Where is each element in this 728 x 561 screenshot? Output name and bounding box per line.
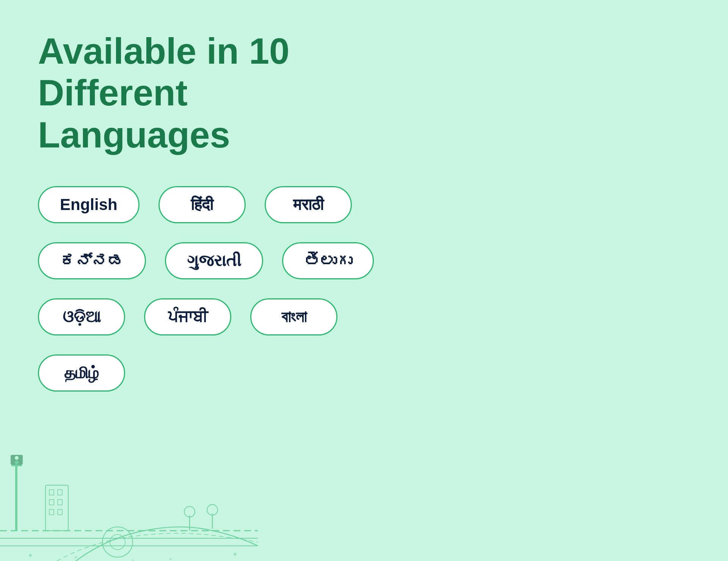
svg-point-23 <box>169 558 172 560</box>
language-pill-gujarati[interactable]: ગુજરાતી <box>165 242 263 279</box>
languages-grid: English हिंदी मराठी ಕನ್ನಡ ગુજરાતી తెలుగు <box>38 186 690 392</box>
language-pill-odia[interactable]: ଓଡ଼ିଆ <box>38 298 125 335</box>
language-row-4: தமிழ் <box>38 354 690 392</box>
language-pill-kannada[interactable]: ಕನ್ನಡ <box>38 242 146 279</box>
svg-rect-12 <box>58 500 62 505</box>
svg-point-7 <box>15 461 19 464</box>
svg-rect-9 <box>49 490 54 495</box>
svg-point-24 <box>234 553 237 556</box>
svg-point-16 <box>110 534 125 550</box>
svg-rect-13 <box>49 509 54 515</box>
svg-point-6 <box>15 456 19 460</box>
svg-point-22 <box>75 556 77 558</box>
language-pill-english[interactable]: English <box>38 186 140 223</box>
language-pill-hindi[interactable]: हिंदी <box>158 186 246 223</box>
svg-rect-11 <box>49 500 54 505</box>
svg-rect-3 <box>15 462 17 531</box>
svg-point-25 <box>132 559 134 561</box>
language-row-2: ಕನ್ನಡ ગુજરાતી తెలుగు <box>38 242 690 279</box>
svg-point-20 <box>207 505 218 515</box>
svg-point-21 <box>29 554 32 557</box>
language-pill-tamil[interactable]: தமிழ் <box>38 354 125 392</box>
language-pill-punjabi[interactable]: ਪੰਜਾਬੀ <box>144 298 231 335</box>
page-heading: Available in 10 Different Languages <box>38 30 379 156</box>
language-row-1: English हिंदी मराठी <box>38 186 690 223</box>
svg-point-18 <box>184 506 195 517</box>
svg-rect-10 <box>58 490 62 495</box>
language-pill-telugu[interactable]: తెలుగు <box>282 242 374 279</box>
svg-rect-14 <box>58 509 62 515</box>
svg-rect-8 <box>46 485 68 531</box>
page-container: Available in 10 Different Languages Engl… <box>0 0 728 561</box>
decoration-illustration <box>0 417 258 561</box>
language-pill-marathi[interactable]: मराठी <box>265 186 352 223</box>
language-pill-bangla[interactable]: বাংলা <box>250 298 337 335</box>
language-row-3: ଓଡ଼ିଆ ਪੰਜਾਬੀ বাংলা <box>38 298 690 335</box>
